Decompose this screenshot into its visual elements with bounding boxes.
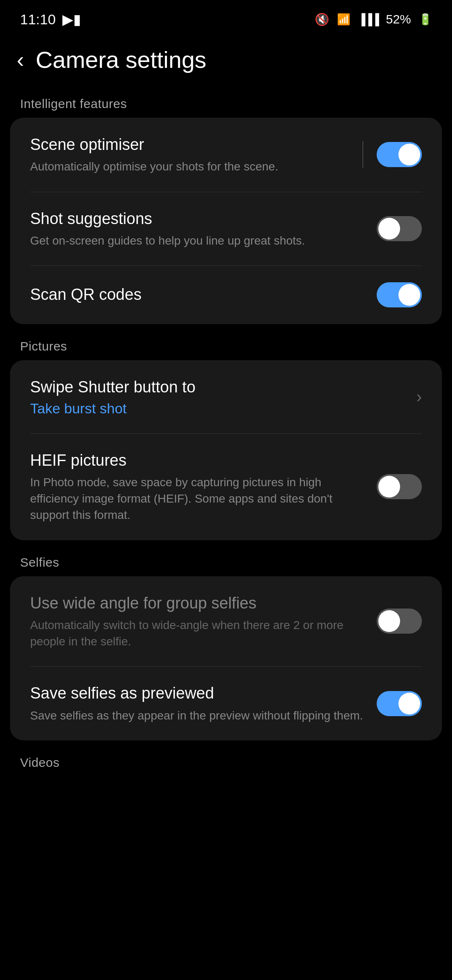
page-header: ‹ Camera settings [0, 34, 452, 82]
status-bar: 11:10 ▶▮ 🔇 📶 ▐▐▐ 52% 🔋 [0, 0, 452, 34]
save-selfies-item: Save selfies as previewed Save selfies a… [10, 666, 442, 740]
toggle-separator [362, 141, 363, 168]
section-label-pictures: Pictures [0, 324, 452, 360]
toggle-thumb [378, 476, 400, 498]
wide-angle-title: Use wide angle for group selfies [30, 593, 363, 614]
shot-suggestions-content: Shot suggestions Get on-screen guides to… [30, 209, 377, 249]
swipe-shutter-title: Swipe Shutter button to [30, 377, 403, 397]
save-selfies-desc: Save selfies as they appear in the previ… [30, 707, 363, 724]
status-left: 11:10 ▶▮ [20, 11, 81, 28]
scene-optimiser-item: Scene optimiser Automatically optimise y… [10, 118, 442, 192]
shot-suggestions-desc: Get on-screen guides to help you line up… [30, 232, 363, 249]
section-label-videos: Videos [0, 740, 452, 776]
battery-percentage: 52% [386, 12, 411, 26]
chevron-right-icon: › [416, 387, 422, 406]
save-selfies-title: Save selfies as previewed [30, 683, 363, 704]
battery-icon: 🔋 [419, 13, 432, 26]
heif-item: HEIF pictures In Photo mode, save space … [10, 433, 442, 540]
heif-toggle[interactable] [377, 474, 422, 499]
scan-qr-title: Scan QR codes [30, 284, 363, 305]
scan-qr-item: Scan QR codes [10, 266, 442, 324]
heif-content: HEIF pictures In Photo mode, save space … [30, 450, 377, 524]
toggle-thumb [398, 144, 420, 165]
scene-optimiser-title: Scene optimiser [30, 134, 349, 155]
save-selfies-toggle[interactable] [377, 691, 422, 716]
intelligent-features-card: Scene optimiser Automatically optimise y… [10, 118, 442, 324]
wide-angle-content: Use wide angle for group selfies Automat… [30, 593, 377, 650]
swipe-shutter-item[interactable]: Swipe Shutter button to Take burst shot … [10, 360, 442, 433]
heif-title: HEIF pictures [30, 450, 363, 471]
scene-optimiser-toggle[interactable] [377, 142, 422, 167]
pictures-card: Swipe Shutter button to Take burst shot … [10, 360, 442, 540]
heif-desc: In Photo mode, save space by capturing p… [30, 474, 363, 524]
wifi-icon: 📶 [337, 13, 350, 26]
back-button[interactable]: ‹ [17, 49, 24, 71]
section-label-intelligent: Intelligent features [0, 82, 452, 118]
section-pictures: Pictures Swipe Shutter button to Take bu… [0, 324, 452, 540]
wide-angle-desc: Automatically switch to wide-angle when … [30, 617, 363, 650]
toggle-thumb [378, 218, 400, 240]
toggle-thumb [378, 610, 400, 632]
toggle-thumb [398, 693, 420, 714]
mute-icon: 🔇 [315, 13, 329, 26]
save-selfies-content: Save selfies as previewed Save selfies a… [30, 683, 377, 724]
time-display: 11:10 [20, 11, 56, 28]
shot-suggestions-item: Shot suggestions Get on-screen guides to… [10, 192, 442, 266]
scene-optimiser-desc: Automatically optimise your shots for th… [30, 158, 349, 175]
shot-suggestions-toggle[interactable] [377, 216, 422, 241]
section-label-selfies: Selfies [0, 540, 452, 576]
selfies-card: Use wide angle for group selfies Automat… [10, 576, 442, 740]
shot-suggestions-title: Shot suggestions [30, 209, 363, 229]
status-right: 🔇 📶 ▐▐▐ 52% 🔋 [315, 12, 432, 26]
wide-angle-item: Use wide angle for group selfies Automat… [10, 576, 442, 667]
section-intelligent-features: Intelligent features Scene optimiser Aut… [0, 82, 452, 324]
scan-qr-toggle[interactable] [377, 282, 422, 307]
swipe-shutter-content: Swipe Shutter button to Take burst shot [30, 377, 416, 416]
scene-optimiser-content: Scene optimiser Automatically optimise y… [30, 134, 362, 175]
scan-qr-content: Scan QR codes [30, 284, 377, 305]
section-videos: Videos [0, 740, 452, 793]
video-icon: ▶▮ [62, 11, 81, 28]
section-selfies: Selfies Use wide angle for group selfies… [0, 540, 452, 740]
toggle-thumb [398, 284, 420, 306]
page-title: Camera settings [36, 46, 206, 73]
swipe-shutter-subtitle: Take burst shot [30, 400, 403, 417]
wide-angle-toggle[interactable] [377, 609, 422, 634]
signal-icon: ▐▐▐ [358, 13, 378, 26]
